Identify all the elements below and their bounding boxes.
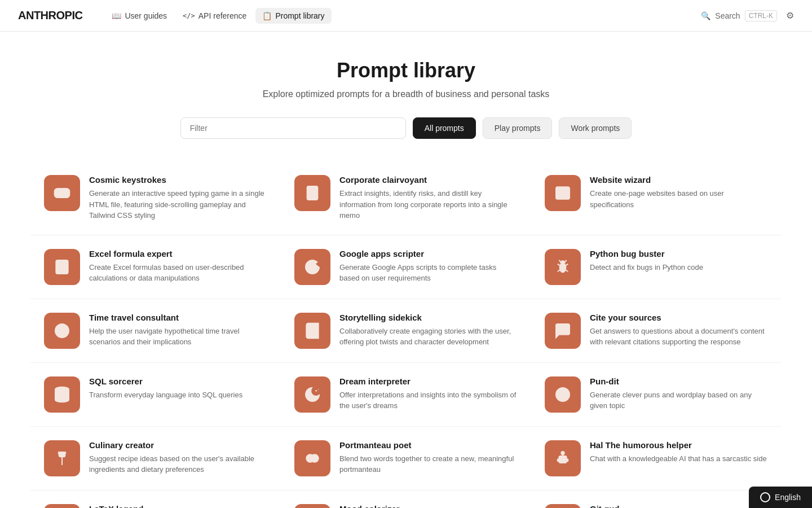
card-corporate-clairvoyant[interactable]: Corporate clairvoyantExtract insights, i…	[281, 161, 531, 235]
card-culinary-creator[interactable]: Culinary creatorSuggest recipe ideas bas…	[30, 427, 281, 491]
card-google-apps-scripter[interactable]: Google apps scripterGenerate Google Apps…	[281, 235, 531, 299]
card-git-gud[interactable]: Git gudGenerate appropriate Git commands…	[531, 491, 782, 509]
svg-rect-1	[307, 186, 318, 200]
card-title-culinary-creator: Culinary creator	[89, 440, 267, 450]
svg-point-11	[318, 389, 319, 389]
nav-right: 🔍 Search CTRL-K ⚙	[701, 10, 794, 21]
card-title-cosmic-keystrokes: Cosmic keystrokes	[89, 175, 267, 185]
card-excel-formula-expert[interactable]: Excel formula expertCreate Excel formula…	[30, 235, 281, 299]
laugh-icon	[545, 376, 581, 413]
filters-bar: All prompts Play prompts Work prompts	[0, 117, 812, 139]
google-icon	[294, 249, 330, 285]
search-label: Search	[715, 11, 740, 20]
git-icon	[545, 504, 581, 509]
card-content-website-wizard: Website wizardCreate one-page websites b…	[590, 175, 768, 210]
browser-icon	[545, 175, 581, 211]
card-content-pun-dit: Pun-ditGenerate clever puns and wordplay…	[590, 376, 768, 411]
language-globe-icon	[760, 492, 770, 502]
card-title-latex-legend: LaTeX legend	[89, 504, 267, 509]
card-desc-dream-interpreter: Offer interpretations and insights into …	[339, 389, 518, 411]
nav-api-reference[interactable]: </> API reference	[176, 8, 253, 24]
svg-point-12	[556, 388, 570, 401]
card-storytelling-sidekick[interactable]: Storytelling sidekickCollaboratively cre…	[281, 299, 531, 363]
card-content-portmanteau-poet: Portmanteau poetBlend two words together…	[339, 440, 518, 475]
card-pun-dit[interactable]: Pun-ditGenerate clever puns and wordplay…	[531, 363, 782, 427]
fork-icon	[44, 440, 80, 476]
code-icon: </>	[183, 12, 195, 20]
card-cite-your-sources[interactable]: Cite your sourcesGet answers to question…	[531, 299, 782, 363]
filter-input[interactable]	[180, 117, 406, 139]
filter-work-button[interactable]: Work prompts	[559, 117, 632, 139]
card-title-google-apps-scripter: Google apps scripter	[339, 249, 518, 259]
card-desc-corporate-clairvoyant: Extract insights, identify risks, and di…	[339, 188, 518, 221]
card-website-wizard[interactable]: Website wizardCreate one-page websites b…	[531, 161, 782, 235]
card-content-cite-your-sources: Cite your sourcesGet answers to question…	[590, 313, 768, 348]
prompt-library-icon: 📋	[262, 11, 272, 20]
excel-icon	[44, 249, 80, 285]
card-desc-cite-your-sources: Get answers to questions about a documen…	[590, 326, 768, 348]
svg-point-6	[560, 263, 566, 272]
settings-icon[interactable]: ⚙	[786, 10, 794, 21]
card-title-sql-sorcerer: SQL sorcerer	[89, 376, 267, 386]
card-title-mood-colorizer: Mood colorizer	[339, 504, 518, 509]
card-desc-storytelling-sidekick: Collaboratively create engaging stories …	[339, 326, 518, 348]
card-desc-portmanteau-poet: Blend two words together to create a new…	[339, 453, 518, 475]
card-time-travel-consultant[interactable]: Time travel consultantHelp the user navi…	[30, 299, 281, 363]
page-header: Prompt library Explore optimized prompts…	[0, 32, 812, 117]
search-button[interactable]: 🔍 Search CTRL-K	[701, 10, 777, 21]
database-icon	[44, 376, 80, 413]
nav-prompt-library[interactable]: 📋 Prompt library	[255, 8, 331, 24]
svg-rect-0	[55, 189, 70, 198]
card-desc-sql-sorcerer: Transform everyday language into SQL que…	[89, 389, 267, 401]
svg-point-13	[560, 392, 562, 394]
card-content-git-gud: Git gudGenerate appropriate Git commands…	[590, 504, 768, 509]
clock-icon	[44, 313, 80, 349]
svg-point-3	[558, 189, 559, 190]
bug-icon	[545, 249, 581, 285]
filter-play-button[interactable]: Play prompts	[483, 117, 553, 139]
logo: ANTHROPIC	[18, 9, 82, 22]
palette-icon	[294, 504, 330, 509]
card-mood-colorizer[interactable]: Mood colorizerTransform text description…	[281, 491, 531, 509]
report-icon	[294, 175, 330, 211]
card-cosmic-keystrokes[interactable]: Cosmic keystrokesGenerate an interactive…	[30, 161, 281, 235]
page-subtitle: Explore optimized prompts for a breadth …	[0, 89, 812, 99]
svg-point-16	[311, 454, 318, 462]
language-label: English	[775, 493, 801, 502]
moon-icon	[294, 376, 330, 413]
svg-rect-5	[56, 260, 68, 274]
card-content-storytelling-sidekick: Storytelling sidekickCollaboratively cre…	[339, 313, 518, 348]
card-hal-the-humorous-helper[interactable]: Hal The humorous helperChat with a knowl…	[531, 427, 782, 491]
card-content-mood-colorizer: Mood colorizerTransform text description…	[339, 504, 518, 509]
card-dream-interpreter[interactable]: Dream interpreterOffer interpretations a…	[281, 363, 531, 427]
cite-icon	[545, 313, 581, 349]
card-desc-culinary-creator: Suggest recipe ideas based on the user's…	[89, 453, 267, 475]
nav-api-reference-label: API reference	[198, 11, 247, 20]
nav-prompt-library-label: Prompt library	[275, 11, 324, 20]
card-desc-time-travel-consultant: Help the user navigate hypothetical time…	[89, 326, 267, 348]
nav-links: 📖 User guides </> API reference 📋 Prompt…	[105, 8, 331, 24]
card-content-excel-formula-expert: Excel formula expertCreate Excel formula…	[89, 249, 267, 284]
svg-point-4	[561, 189, 562, 190]
card-content-corporate-clairvoyant: Corporate clairvoyantExtract insights, i…	[339, 175, 518, 221]
card-latex-legend[interactable]: LaTeX legendWrite LaTeX documents, gener…	[30, 491, 281, 509]
card-desc-hal-the-humorous-helper: Chat with a knowledgeable AI that has a …	[590, 453, 768, 465]
card-desc-website-wizard: Create one-page websites based on user s…	[590, 188, 768, 210]
nav-user-guides-label: User guides	[125, 11, 167, 20]
card-content-cosmic-keystrokes: Cosmic keystrokesGenerate an interactive…	[89, 175, 267, 221]
navbar: ANTHROPIC 📖 User guides </> API referenc…	[0, 0, 812, 32]
card-sql-sorcerer[interactable]: SQL sorcererTransform everyday language …	[30, 363, 281, 427]
nav-user-guides[interactable]: 📖 User guides	[105, 8, 174, 24]
filter-all-button[interactable]: All prompts	[413, 117, 476, 139]
search-icon: 🔍	[701, 11, 710, 20]
rings-icon	[294, 440, 330, 476]
card-portmanteau-poet[interactable]: Portmanteau poetBlend two words together…	[281, 427, 531, 491]
card-title-portmanteau-poet: Portmanteau poet	[339, 440, 518, 450]
card-content-latex-legend: LaTeX legendWrite LaTeX documents, gener…	[89, 504, 267, 509]
card-content-culinary-creator: Culinary creatorSuggest recipe ideas bas…	[89, 440, 267, 475]
card-python-bug-buster[interactable]: Python bug busterDetect and fix bugs in …	[531, 235, 782, 299]
svg-rect-18	[558, 459, 559, 461]
card-content-google-apps-scripter: Google apps scripterGenerate Google Apps…	[339, 249, 518, 284]
language-selector[interactable]: English	[749, 487, 812, 508]
card-title-website-wizard: Website wizard	[590, 175, 768, 185]
